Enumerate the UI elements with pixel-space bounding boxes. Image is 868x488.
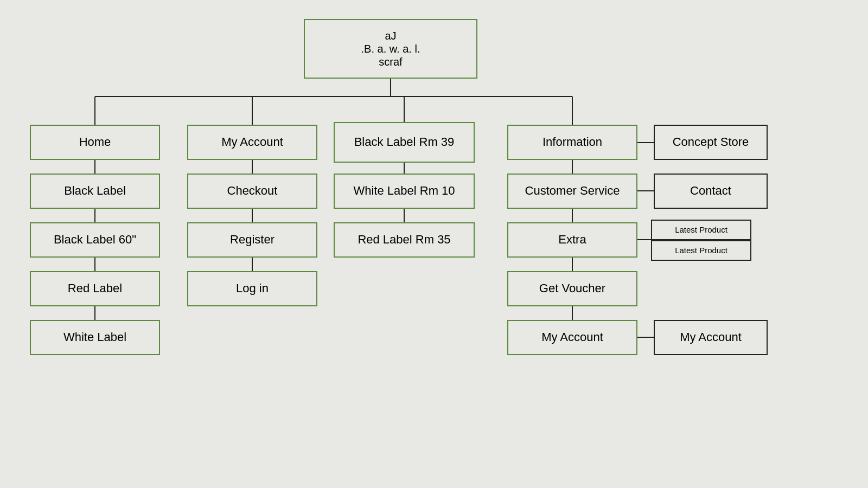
- extra-node: Extra: [507, 222, 637, 258]
- root-node: aJ .B. a. w. a. l. scraf: [304, 19, 477, 79]
- whitelabel-node: White Label: [30, 320, 160, 355]
- diagram: aJ .B. a. w. a. l. scraf Home My Account…: [0, 0, 868, 488]
- home-node: Home: [30, 125, 160, 160]
- contact-node: Contact: [654, 174, 768, 209]
- customerservice-node: Customer Service: [507, 174, 637, 209]
- register-node: Register: [187, 222, 317, 258]
- conceptstore-node: Concept Store: [654, 125, 768, 160]
- latestproduct2-node: Latest Product: [651, 240, 751, 261]
- information-node: Information: [507, 125, 637, 160]
- getvoucher-node: Get Voucher: [507, 271, 637, 306]
- redlabelrm35-node: Red Label Rm 35: [334, 222, 475, 258]
- login-node: Log in: [187, 271, 317, 306]
- myaccount3-node: My Account: [654, 320, 768, 355]
- blacklabel60-node: Black Label 60": [30, 222, 160, 258]
- blacklabel-node: Black Label: [30, 174, 160, 209]
- myaccount2-node: My Account: [507, 320, 637, 355]
- redlabel-node: Red Label: [30, 271, 160, 306]
- myaccount-node: My Account: [187, 125, 317, 160]
- whitelabelrm10-node: White Label Rm 10: [334, 174, 475, 209]
- blacklabelrm39-node: Black Label Rm 39: [334, 122, 475, 163]
- latestproduct1-node: Latest Product: [651, 220, 751, 240]
- checkout-node: Checkout: [187, 174, 317, 209]
